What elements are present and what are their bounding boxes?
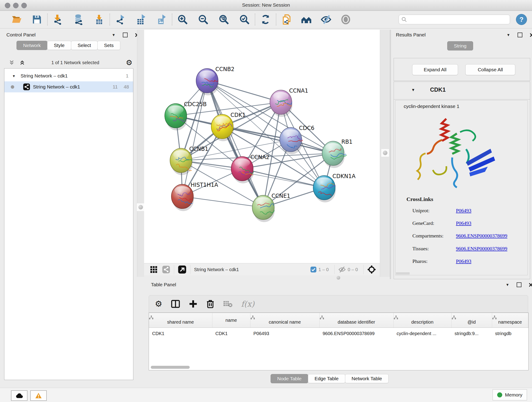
collapse-all-chevron-icon[interactable] xyxy=(9,60,14,65)
birdseye-view-icon[interactable] xyxy=(367,265,376,274)
tab-network[interactable]: Network xyxy=(17,41,47,50)
column-header--id[interactable]: @id xyxy=(451,313,492,328)
network-view-icon[interactable] xyxy=(162,265,170,274)
float-panel-icon[interactable] xyxy=(517,282,521,287)
table-panel: Table Panel ▼ ⚙ f(x) shared namenamecano… xyxy=(144,281,532,384)
table-row[interactable]: CDK1CDK1P064939606.ENSP00000378699cyclin… xyxy=(149,328,528,339)
network-node-ccna1[interactable]: CCNA1 xyxy=(270,88,308,114)
network-node-ccnb2[interactable]: CCNB2 xyxy=(196,66,234,93)
column-header-canonical-name[interactable]: canonical name xyxy=(250,313,319,328)
table-horizontal-scrollbar[interactable] xyxy=(151,366,190,369)
network-node-ccne1[interactable]: CCNE1 xyxy=(252,193,290,220)
column-header-description[interactable]: description xyxy=(393,313,451,328)
tab-sets[interactable]: Sets xyxy=(97,41,120,50)
table-cell[interactable]: stringdb xyxy=(492,328,528,339)
table-options-gear-icon[interactable]: ⚙ xyxy=(155,299,162,309)
float-panel-icon[interactable] xyxy=(518,32,522,37)
column-header-shared-name[interactable]: shared name xyxy=(149,313,212,328)
svg-text:CDKN1A: CDKN1A xyxy=(332,173,355,179)
close-panel-icon[interactable] xyxy=(530,33,532,37)
panel-menu-caret-icon[interactable]: ▼ xyxy=(506,283,509,287)
network-options-gear-icon[interactable]: ⚙ xyxy=(126,58,133,67)
section-collapse-caret-icon[interactable]: ▼ xyxy=(411,88,415,92)
expand-all-chevron-icon[interactable] xyxy=(20,60,25,65)
zoom-out-button[interactable] xyxy=(197,14,209,25)
open-session-button[interactable] xyxy=(11,14,22,25)
network-collection-row[interactable]: ▼ String Network – cdk1 1 xyxy=(4,70,133,81)
crosslink-link[interactable]: P06493 xyxy=(456,258,471,264)
export-network-button[interactable] xyxy=(114,14,126,25)
splitter-grip-icon[interactable] xyxy=(336,276,340,280)
network-node-ccna2[interactable]: CCNA2 xyxy=(231,154,269,181)
import-network-from-database-button[interactable] xyxy=(73,14,84,25)
memory-button[interactable]: Memory xyxy=(493,389,527,400)
crosslink-link[interactable]: P06493 xyxy=(456,208,471,214)
panel-menu-caret-icon[interactable]: ▼ xyxy=(507,33,510,37)
zoom-fit-button[interactable] xyxy=(218,14,230,25)
left-splitter[interactable] xyxy=(137,30,144,277)
float-panel-icon[interactable] xyxy=(123,32,128,37)
show-columns-icon[interactable] xyxy=(171,299,180,308)
table-cell[interactable]: cyclin-dependent ... xyxy=(393,328,451,339)
save-session-button[interactable] xyxy=(31,14,43,25)
table-cell[interactable]: 9606.ENSP00000378699 xyxy=(319,328,393,339)
first-neighbors-button[interactable] xyxy=(301,14,312,25)
hide-selected-button[interactable] xyxy=(320,14,332,25)
network-row-selected[interactable]: String Network – cdk1 11 48 xyxy=(4,81,133,92)
search-box[interactable] xyxy=(399,15,510,24)
import-network-from-file-button[interactable] xyxy=(52,14,64,25)
tab-string[interactable]: String xyxy=(447,41,473,51)
crosslink-link[interactable]: 9606.ENSP00000378699 xyxy=(456,233,507,239)
column-header-namespace[interactable]: namespace xyxy=(492,313,528,328)
expand-all-button[interactable]: Expand All xyxy=(412,64,458,75)
crosslink-link[interactable]: 9606.ENSP00000378699 xyxy=(456,246,507,252)
column-header-database-identifier[interactable]: database identifier xyxy=(319,313,393,328)
network-node-hist1h1a[interactable]: HIST1H1A xyxy=(171,182,218,209)
delete-table-icon[interactable] xyxy=(223,300,232,308)
network-canvas[interactable]: CCNB2CCNA1CDC25BCDK1CDC6RB1CCNB1CCNA2CDK… xyxy=(144,30,380,263)
table-cell[interactable]: CDK1 xyxy=(149,328,212,339)
node-table[interactable]: shared namenamecanonical namedatabase id… xyxy=(149,313,529,370)
column-header-name[interactable]: name xyxy=(212,313,250,328)
table-cell[interactable]: CDK1 xyxy=(212,328,250,339)
gene-section-header[interactable]: ▼ CDK1 xyxy=(394,82,530,99)
clone-network-button[interactable] xyxy=(281,14,292,25)
search-input[interactable] xyxy=(407,17,507,22)
splitter-grip-icon[interactable] xyxy=(383,151,387,155)
grid-view-icon[interactable] xyxy=(150,266,157,273)
detach-view-icon[interactable] xyxy=(178,265,186,274)
svg-text:HIST1H1A: HIST1H1A xyxy=(191,182,218,188)
splitter-grip-icon[interactable] xyxy=(138,205,143,210)
close-panel-icon[interactable] xyxy=(529,283,532,287)
import-table-from-file-button[interactable] xyxy=(94,14,105,25)
control-panel-title: Control Panel xyxy=(6,32,36,38)
tab-select[interactable]: Select xyxy=(71,41,98,50)
crosslink-label: GeneCard: xyxy=(412,220,434,226)
delete-column-trash-icon[interactable] xyxy=(206,299,215,308)
help-button[interactable]: ? xyxy=(516,14,527,25)
network-node-rb1[interactable]: RB1 xyxy=(322,139,352,166)
export-table-button[interactable] xyxy=(135,14,147,25)
tree-expand-caret-icon[interactable]: ▼ xyxy=(12,74,16,78)
collapse-all-button[interactable]: Collapse All xyxy=(465,64,515,75)
crosslink-link[interactable]: P06493 xyxy=(456,220,471,226)
show-all-button[interactable] xyxy=(340,14,351,25)
zoom-selected-button[interactable] xyxy=(239,14,250,25)
right-splitter[interactable] xyxy=(380,30,390,277)
cloud-status-button[interactable] xyxy=(11,390,27,401)
export-image-button[interactable] xyxy=(156,14,167,25)
table-cell[interactable]: P06493 xyxy=(250,328,319,339)
selected-checkbox-icon[interactable] xyxy=(310,266,317,273)
function-builder-icon[interactable]: f(x) xyxy=(241,299,254,308)
warnings-button[interactable] xyxy=(30,390,47,401)
add-column-icon[interactable] xyxy=(189,300,197,308)
zoom-in-button[interactable] xyxy=(177,14,188,25)
tab-edge-table[interactable]: Edge Table xyxy=(308,374,345,383)
panel-menu-caret-icon[interactable]: ▼ xyxy=(112,33,115,37)
tab-node-table[interactable]: Node Table xyxy=(271,374,308,383)
table-cell[interactable]: stringdb:9... xyxy=(451,328,492,339)
results-scrollbar[interactable] xyxy=(396,272,410,274)
tab-style[interactable]: Style xyxy=(47,41,71,50)
tab-network-table[interactable]: Network Table xyxy=(345,374,389,383)
apply-layout-button[interactable] xyxy=(260,14,271,25)
